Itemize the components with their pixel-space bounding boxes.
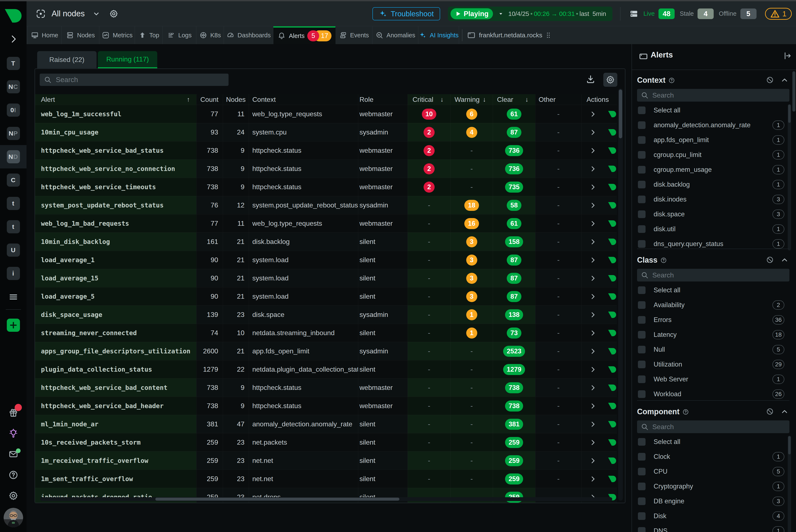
warn-count-badge[interactable]: 16 bbox=[464, 218, 479, 229]
clear-count-badge[interactable]: 736 bbox=[505, 145, 523, 156]
gift-button[interactable] bbox=[6, 402, 20, 423]
checkbox[interactable] bbox=[638, 390, 646, 398]
space-item-t-6[interactable]: t bbox=[0, 192, 26, 215]
expand-row-icon[interactable] bbox=[589, 421, 596, 428]
space-badge[interactable]: 0I bbox=[7, 103, 20, 117]
cell-alert-name[interactable]: httpcheck_web_service_timeouts bbox=[35, 178, 196, 196]
checkbox[interactable] bbox=[638, 376, 646, 383]
crit-count-badge[interactable]: 2 bbox=[424, 163, 434, 174]
clear-count-badge[interactable]: 61 bbox=[507, 109, 521, 120]
tab-anomalies[interactable]: Anomalies bbox=[372, 26, 418, 44]
clear-count-badge[interactable]: 738 bbox=[505, 382, 523, 393]
filter-item-disk-backlog[interactable]: disk.backlog1 bbox=[637, 177, 790, 192]
clear-count-badge[interactable]: 58 bbox=[507, 200, 521, 211]
clear-count-badge[interactable]: 381 bbox=[505, 419, 523, 430]
cell-alert-name[interactable]: disk_space_usage bbox=[35, 305, 196, 324]
space-item-nd-4[interactable]: ND bbox=[0, 145, 26, 168]
netdata-action-icon[interactable] bbox=[608, 366, 616, 373]
space-item-t-7[interactable]: t bbox=[0, 215, 26, 239]
section-search-input[interactable] bbox=[652, 423, 771, 431]
filter-item-cgroup-mem-usage[interactable]: cgroup.mem_usage1 bbox=[637, 162, 790, 177]
room-caret-down-icon[interactable] bbox=[93, 11, 99, 17]
table-row-system_post_update_reboot_status[interactable]: system_post_update_reboot_status7612syst… bbox=[35, 196, 617, 214]
expand-row-icon[interactable] bbox=[589, 275, 596, 282]
clear-count-badge[interactable]: 87 bbox=[507, 273, 521, 284]
cell-alert-name[interactable]: 10s_received_packets_storm bbox=[35, 433, 196, 451]
subtab-raised[interactable]: Raised (22) bbox=[37, 51, 96, 68]
filter-item-db-engine[interactable]: DB engine3 bbox=[637, 494, 790, 509]
cell-alert-name[interactable]: 10min_disk_backlog bbox=[35, 232, 196, 251]
tab-dashboards[interactable]: Dashboards bbox=[224, 26, 273, 44]
space-badge[interactable]: U bbox=[7, 244, 20, 256]
space-badge[interactable]: ND bbox=[7, 150, 20, 163]
warn-count-badge[interactable]: 6 bbox=[466, 109, 477, 120]
filter-item-select-all[interactable]: Select all bbox=[637, 434, 790, 449]
clear-count-badge[interactable]: 1279 bbox=[503, 364, 525, 375]
alert-notifications-pill[interactable]: 1 bbox=[765, 8, 792, 20]
tab-home[interactable]: Home bbox=[27, 26, 61, 44]
cell-alert-name[interactable]: 1m_received_traffic_overflow bbox=[35, 451, 196, 470]
sort-asc-icon[interactable]: ↑ bbox=[187, 96, 190, 103]
table-row-httpcheck_web_service_no_connection[interactable]: httpcheck_web_service_no_connection7389h… bbox=[35, 159, 617, 178]
troubleshoot-button[interactable]: Troubleshoot bbox=[372, 7, 440, 20]
time-range-text[interactable]: 10/4/25•00:26→00:31•last 5min bbox=[508, 10, 606, 17]
cell-alert-name[interactable]: httpcheck_web_service_bad_status bbox=[35, 141, 196, 159]
checkbox[interactable] bbox=[638, 346, 646, 354]
drag-handle-icon[interactable] bbox=[545, 32, 551, 39]
netdata-action-icon[interactable] bbox=[608, 403, 616, 409]
checkbox[interactable] bbox=[638, 527, 646, 532]
expand-row-icon[interactable] bbox=[589, 184, 596, 191]
checkbox[interactable] bbox=[638, 453, 646, 460]
expand-row-icon[interactable] bbox=[589, 311, 596, 318]
checkbox[interactable] bbox=[638, 301, 646, 309]
live-count-badge[interactable]: 48 bbox=[659, 8, 674, 19]
checkbox[interactable] bbox=[638, 107, 646, 114]
list-scrollbar-thumb[interactable] bbox=[788, 104, 791, 123]
space-badge[interactable]: t bbox=[7, 220, 20, 233]
collapse-sidebar-icon[interactable] bbox=[783, 51, 792, 60]
cell-alert-name[interactable]: load_average_5 bbox=[35, 287, 196, 305]
netdata-action-icon[interactable] bbox=[608, 239, 616, 245]
checkbox[interactable] bbox=[638, 361, 646, 368]
expand-row-icon[interactable] bbox=[589, 129, 596, 136]
filter-item-anomaly-detection-anomaly-rate[interactable]: anomaly_detection.anomaly_rate1 bbox=[637, 118, 790, 133]
table-row-1m_received_traffic_overflow[interactable]: 1m_received_traffic_overflow25923net.net… bbox=[35, 451, 617, 470]
checkbox[interactable] bbox=[638, 195, 646, 203]
sort-desc-icon[interactable]: ↓ bbox=[483, 96, 486, 103]
expand-row-icon[interactable] bbox=[589, 475, 596, 482]
column-header-warning[interactable]: Warning↓ bbox=[450, 94, 493, 105]
expand-row-icon[interactable] bbox=[589, 348, 596, 355]
table-row-disk_space_usage[interactable]: disk_space_usage13923disk.spacesysadmin-… bbox=[35, 305, 617, 324]
filter-item-select-all[interactable]: Select all bbox=[637, 283, 790, 298]
cell-alert-name[interactable]: web_log_1m_successful bbox=[35, 105, 196, 123]
help-circle-icon[interactable] bbox=[683, 409, 689, 415]
collapse-section-icon[interactable] bbox=[781, 256, 788, 264]
expand-row-icon[interactable] bbox=[589, 202, 596, 209]
expand-row-icon[interactable] bbox=[589, 457, 596, 464]
cell-alert-name[interactable]: httpcheck_web_service_bad_content bbox=[35, 378, 196, 397]
section-search-input[interactable] bbox=[652, 271, 771, 279]
playing-button[interactable]: Playing bbox=[450, 8, 493, 19]
crit-count-badge[interactable]: 2 bbox=[424, 127, 434, 138]
filter-item-cgroup-cpu-limit[interactable]: cgroup.cpu_limit1 bbox=[637, 148, 790, 162]
clear-count-badge[interactable]: 735 bbox=[505, 182, 523, 193]
room-selector[interactable]: All nodes bbox=[36, 9, 118, 19]
mail-button[interactable] bbox=[6, 444, 20, 464]
clear-filter-icon[interactable] bbox=[766, 408, 774, 415]
checkbox[interactable] bbox=[638, 286, 646, 294]
clear-filter-icon[interactable] bbox=[766, 76, 774, 84]
checkbox[interactable] bbox=[638, 468, 646, 475]
filter-item-disk-space[interactable]: disk.space3 bbox=[637, 207, 790, 222]
column-header-nodes[interactable]: Nodes bbox=[223, 94, 249, 105]
table-row-ml_1min_node_ar[interactable]: ml_1min_node_ar38147anomaly_detection.an… bbox=[35, 415, 617, 433]
warn-count-badge[interactable]: 3 bbox=[466, 236, 477, 247]
tab-metrics[interactable]: Metrics bbox=[99, 26, 135, 44]
tab-alerts[interactable]: Alerts517 bbox=[273, 26, 335, 44]
table-row-httpcheck_web_service_bad_header[interactable]: httpcheck_web_service_bad_header7389http… bbox=[35, 397, 617, 415]
checkbox[interactable] bbox=[638, 210, 646, 218]
clear-count-badge[interactable]: 736 bbox=[505, 163, 523, 174]
cell-alert-name[interactable]: apps_group_file_descriptors_utilization bbox=[35, 342, 196, 360]
space-badge[interactable]: C bbox=[7, 173, 20, 187]
list-scrollbar[interactable] bbox=[788, 436, 791, 532]
sort-desc-icon[interactable]: ↓ bbox=[440, 96, 444, 103]
